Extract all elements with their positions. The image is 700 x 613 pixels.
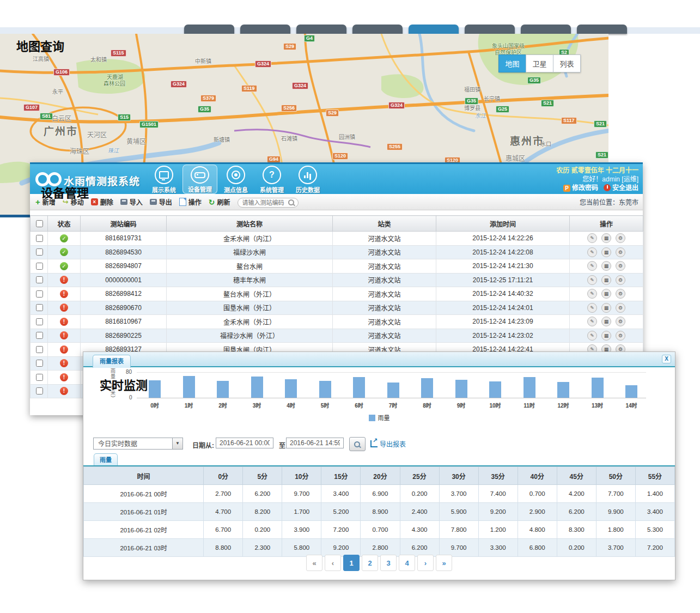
- nav-item-target[interactable]: 测点信息: [218, 165, 253, 194]
- rain-value-cell: 1.800: [596, 521, 635, 539]
- device-management-label: 设备管理: [41, 183, 89, 201]
- map-view-button[interactable]: 卫星: [526, 54, 553, 72]
- row-checkbox[interactable]: [36, 374, 43, 381]
- calendar-icon[interactable]: ▦: [601, 233, 611, 243]
- edit-icon[interactable]: ✎: [587, 233, 597, 243]
- tab-rain-data[interactable]: 雨量: [94, 453, 118, 466]
- calendar-icon[interactable]: ▦: [601, 303, 611, 313]
- row-checkbox[interactable]: [36, 387, 43, 394]
- map-view-button[interactable]: 地图: [498, 54, 526, 72]
- edit-icon[interactable]: ✎: [587, 275, 597, 285]
- added-time-cell: 2015-12-25 17:11:21: [436, 273, 570, 287]
- toolbar-button[interactable]: 导出: [150, 197, 172, 207]
- row-select-cell: [31, 315, 48, 329]
- calendar-icon[interactable]: ▦: [601, 261, 611, 271]
- toolbar-button[interactable]: ↻刷新: [209, 197, 230, 207]
- road-badge: G324: [255, 60, 271, 68]
- calendar-icon[interactable]: ▦: [601, 317, 611, 326]
- browser-tab[interactable]: [521, 25, 571, 34]
- row-checkbox[interactable]: [36, 276, 43, 283]
- change-password-link[interactable]: P修改密码: [563, 184, 598, 192]
- row-checkbox[interactable]: [36, 318, 43, 325]
- station-name-cell: 金禾水闸（外江）: [167, 315, 333, 329]
- settings-icon[interactable]: ⚙: [616, 233, 625, 243]
- rain-value-cell: 3.400: [321, 485, 361, 503]
- station-code-cell: 8826894530: [81, 245, 167, 259]
- settings-icon[interactable]: ⚙: [616, 303, 625, 313]
- browser-tab[interactable]: [352, 25, 403, 34]
- calendar-icon[interactable]: ▦: [601, 247, 611, 257]
- browser-tab[interactable]: [240, 25, 290, 34]
- column-header: 测站编码: [81, 216, 167, 232]
- row-checkbox[interactable]: [36, 248, 43, 256]
- logout-link[interactable]: 安全退出: [604, 184, 638, 192]
- pagination-arrow[interactable]: ‹: [325, 555, 341, 571]
- toolbar-button[interactable]: 导入: [120, 197, 143, 207]
- table-row: !8826890670围垦水闸（外江）河道水文站2015-12-24 14:24…: [31, 301, 643, 315]
- edit-icon[interactable]: ✎: [587, 289, 597, 299]
- pagination-arrow[interactable]: «: [306, 555, 322, 571]
- row-checkbox[interactable]: [36, 360, 43, 367]
- row-checkbox[interactable]: [36, 304, 43, 311]
- data-preset-select[interactable]: 今日实时数据▼: [93, 438, 183, 450]
- toolbar-button[interactable]: 操作: [179, 197, 202, 207]
- calendar-icon[interactable]: ▦: [601, 331, 611, 341]
- rain-value-cell: 1.700: [282, 503, 321, 521]
- minute-column-header: 20分: [361, 467, 400, 485]
- row-checkbox[interactable]: [36, 332, 43, 339]
- export-report-link[interactable]: 导出报表: [370, 439, 406, 448]
- edit-icon[interactable]: ✎: [587, 261, 597, 271]
- map-label: 海珠区: [70, 146, 89, 155]
- rain-value-cell: 1.400: [635, 485, 674, 503]
- pagination-page[interactable]: 4: [399, 555, 415, 571]
- browser-tab[interactable]: [409, 25, 459, 34]
- main-nav: 展示系统设备管理测点信息?系统管理历史数据: [146, 165, 326, 194]
- map-view-button[interactable]: 列表: [553, 54, 581, 72]
- toolbar-button[interactable]: ×删除: [91, 197, 113, 207]
- rain-value-cell: 5.300: [635, 521, 674, 539]
- pagination-page[interactable]: 3: [380, 555, 397, 571]
- row-checkbox[interactable]: [36, 290, 43, 298]
- edit-icon[interactable]: ✎: [587, 247, 597, 257]
- settings-icon[interactable]: ⚙: [616, 247, 625, 257]
- row-checkbox[interactable]: [36, 263, 43, 270]
- pagination-page[interactable]: 2: [362, 555, 378, 571]
- date-from-input[interactable]: [216, 438, 273, 448]
- row-checkbox[interactable]: [36, 235, 43, 242]
- browser-tab[interactable]: [465, 25, 515, 34]
- settings-icon[interactable]: ⚙: [616, 289, 625, 299]
- edit-icon[interactable]: ✎: [587, 303, 597, 313]
- pagination-page-active[interactable]: 1: [343, 555, 360, 571]
- station-code-cell: 8826890670: [81, 301, 167, 315]
- pagination-page[interactable]: »: [436, 555, 452, 571]
- key-icon: P: [563, 185, 570, 192]
- nav-item-monitor[interactable]: 展示系统: [147, 165, 181, 194]
- chart-bar: [489, 381, 501, 398]
- greeting: 您好！admin [运维]: [556, 175, 638, 184]
- settings-icon[interactable]: ⚙: [616, 317, 625, 326]
- tab-rain-report[interactable]: 雨量报表: [93, 355, 131, 368]
- settings-icon[interactable]: ⚙: [616, 261, 625, 271]
- nav-item-device[interactable]: 设备管理: [182, 165, 217, 194]
- row-checkbox[interactable]: [36, 346, 43, 353]
- nav-item-help[interactable]: ?系统管理: [254, 165, 289, 194]
- select-all-checkbox[interactable]: [36, 220, 43, 227]
- pagination-page[interactable]: ›: [417, 555, 434, 571]
- date-to-input[interactable]: [286, 438, 344, 448]
- calendar-icon[interactable]: ▦: [601, 289, 611, 299]
- edit-icon[interactable]: ✎: [587, 317, 597, 326]
- station-code-cell: 8826890225: [81, 329, 167, 343]
- close-icon[interactable]: X: [662, 355, 671, 363]
- status-error-icon: !: [60, 359, 68, 367]
- nav-item-chart[interactable]: 历史数据: [290, 165, 325, 194]
- search-button[interactable]: [349, 437, 366, 451]
- rain-value-cell: 7.800: [439, 521, 478, 539]
- browser-tab[interactable]: [296, 25, 346, 34]
- browser-tab[interactable]: [184, 25, 234, 34]
- settings-icon[interactable]: ⚙: [616, 275, 625, 285]
- station-name-cell: 鳌台水闸: [167, 259, 333, 274]
- browser-tab[interactable]: [577, 25, 627, 34]
- calendar-icon[interactable]: ▦: [601, 275, 611, 285]
- settings-icon[interactable]: ⚙: [616, 331, 625, 341]
- edit-icon[interactable]: ✎: [587, 331, 597, 341]
